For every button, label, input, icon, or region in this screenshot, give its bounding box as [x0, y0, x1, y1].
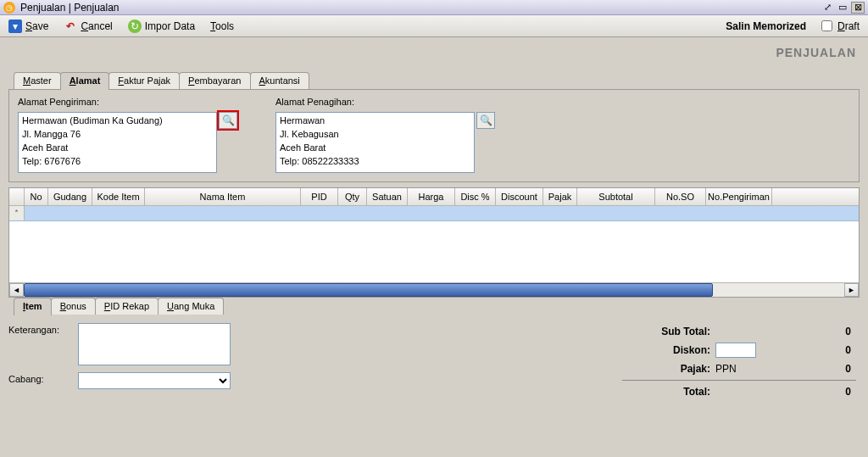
- item-grid-new-row[interactable]: *: [9, 206, 859, 221]
- app-icon: ◷: [3, 2, 15, 14]
- scroll-thumb[interactable]: [24, 283, 713, 297]
- tab-akuntansi[interactable]: Akuntansi: [250, 72, 309, 89]
- footer-left: Keterangan: Cabang:: [8, 323, 263, 400]
- magnifier-icon: 🔍: [222, 114, 235, 126]
- scroll-track[interactable]: [24, 283, 844, 297]
- page-title: PENJUALAN: [8, 41, 860, 71]
- tab-pembayaran[interactable]: Pembayaran: [179, 72, 250, 89]
- maximize-icon[interactable]: ▭: [836, 2, 849, 14]
- footer: Keterangan: Cabang: Sub Total: 0 Diskon:…: [8, 315, 860, 400]
- total-label: Total:: [622, 386, 715, 398]
- col-kode-item[interactable]: Kode Item: [92, 188, 145, 205]
- pajak-value: 0: [792, 363, 851, 375]
- col-no-pengiriman[interactable]: No.Pengiriman: [706, 188, 772, 205]
- scroll-right-button[interactable]: ►: [844, 283, 859, 297]
- item-grid: NoGudangKode ItemNama ItemPIDQtySatuanHa…: [8, 187, 860, 298]
- shipping-address-label: Alamat Pengiriman:: [18, 97, 255, 107]
- cabang-label: Cabang:: [8, 372, 71, 384]
- bottom-tabstrip: Item Bonus PID Rekap Uang Muka: [8, 297, 860, 315]
- draft-label: Draft: [837, 20, 860, 32]
- tab-item[interactable]: Item: [14, 298, 52, 315]
- col-satuan[interactable]: Satuan: [367, 188, 408, 205]
- pajak-name: PPN: [715, 363, 792, 375]
- tab-master[interactable]: Master: [14, 72, 61, 89]
- toolbar: ▾ Save ↶ Cancel ↻ Impor Data Tools Salin…: [0, 15, 868, 37]
- title-bar: ◷ Penjualan | Penjualan ⤢ ▭ ⊠: [0, 0, 868, 15]
- import-button[interactable]: ↻ Impor Data: [125, 18, 198, 35]
- salin-memorized-button[interactable]: Salin Memorized: [722, 19, 810, 34]
- cancel-label: Cancel: [81, 20, 112, 32]
- cancel-icon: ↶: [64, 20, 77, 33]
- row-handle-header: [9, 188, 25, 205]
- col-no-so[interactable]: No.SO: [655, 188, 706, 205]
- address-panel: Alamat Pengiriman: 🔍 Alamat Penagihan: 🔍: [8, 89, 860, 182]
- shipping-address-column: Alamat Pengiriman: 🔍: [18, 97, 255, 173]
- col-harga[interactable]: Harga: [408, 188, 455, 205]
- billing-address-label: Alamat Penagihan:: [275, 97, 513, 107]
- col-disc-[interactable]: Disc %: [455, 188, 496, 205]
- salin-label: Salin Memorized: [726, 20, 806, 32]
- import-label: Impor Data: [145, 20, 195, 32]
- billing-address-column: Alamat Penagihan: 🔍: [275, 97, 513, 173]
- col-pajak[interactable]: Pajak: [543, 188, 577, 205]
- save-button[interactable]: ▾ Save: [5, 18, 52, 35]
- col-gudang[interactable]: Gudang: [48, 188, 92, 205]
- magnifier-icon: 🔍: [480, 114, 492, 126]
- pajak-label: Pajak:: [622, 363, 715, 375]
- save-label: Save: [25, 20, 48, 32]
- draft-checkbox[interactable]: [821, 20, 832, 31]
- item-grid-hscroll[interactable]: ◄ ►: [9, 282, 859, 297]
- tools-label: Tools: [210, 20, 234, 32]
- billing-address-input[interactable]: [275, 112, 475, 173]
- draft-checkbox-wrap[interactable]: Draft: [818, 19, 863, 34]
- cancel-button[interactable]: ↶ Cancel: [60, 18, 115, 35]
- total-value: 0: [792, 386, 851, 398]
- import-icon: ↻: [128, 20, 142, 33]
- subtotal-value: 0: [792, 326, 851, 337]
- item-grid-body[interactable]: [9, 221, 859, 282]
- diskon-label: Diskon:: [622, 344, 715, 356]
- save-icon: ▾: [8, 20, 22, 33]
- keterangan-label: Keterangan:: [8, 323, 71, 335]
- shipping-address-input[interactable]: [18, 112, 217, 173]
- col-discount[interactable]: Discount: [496, 188, 543, 205]
- close-icon[interactable]: ⊠: [851, 2, 865, 14]
- tab-uang-muka[interactable]: Uang Muka: [158, 298, 224, 315]
- col-no[interactable]: No: [25, 188, 48, 205]
- col-qty[interactable]: Qty: [338, 188, 367, 205]
- restore-icon[interactable]: ⤢: [821, 2, 834, 14]
- footer-right: Sub Total: 0 Diskon: 0 Pajak: PPN 0 Tota…: [622, 323, 860, 400]
- tools-menu[interactable]: Tools: [207, 19, 237, 34]
- cabang-select[interactable]: [78, 372, 231, 389]
- tab-bonus[interactable]: Bonus: [51, 298, 96, 315]
- top-tabstrip: Master Alamat Faktur Pajak Pembayaran Ak…: [8, 71, 860, 89]
- shipping-address-lookup-button[interactable]: 🔍: [219, 112, 237, 129]
- col-pid[interactable]: PID: [301, 188, 338, 205]
- tab-alamat[interactable]: Alamat: [60, 72, 110, 90]
- diskon-value: 0: [792, 344, 851, 356]
- keterangan-input[interactable]: [78, 323, 231, 365]
- col-nama-item[interactable]: Nama Item: [145, 188, 301, 205]
- tab-pid-rekap[interactable]: PID Rekap: [95, 298, 159, 315]
- scroll-left-button[interactable]: ◄: [9, 283, 24, 297]
- tab-faktur-pajak[interactable]: Faktur Pajak: [108, 72, 180, 89]
- new-row-handle: *: [9, 206, 25, 220]
- window-title: Penjualan | Penjualan: [20, 2, 821, 14]
- subtotal-label: Sub Total:: [622, 326, 715, 337]
- col-subtotal[interactable]: Subtotal: [577, 188, 655, 205]
- billing-address-lookup-button[interactable]: 🔍: [476, 112, 495, 129]
- main-area: PENJUALAN Master Alamat Faktur Pajak Pem…: [0, 37, 868, 457]
- diskon-input[interactable]: [715, 343, 756, 358]
- item-grid-header: NoGudangKode ItemNama ItemPIDQtySatuanHa…: [9, 188, 859, 206]
